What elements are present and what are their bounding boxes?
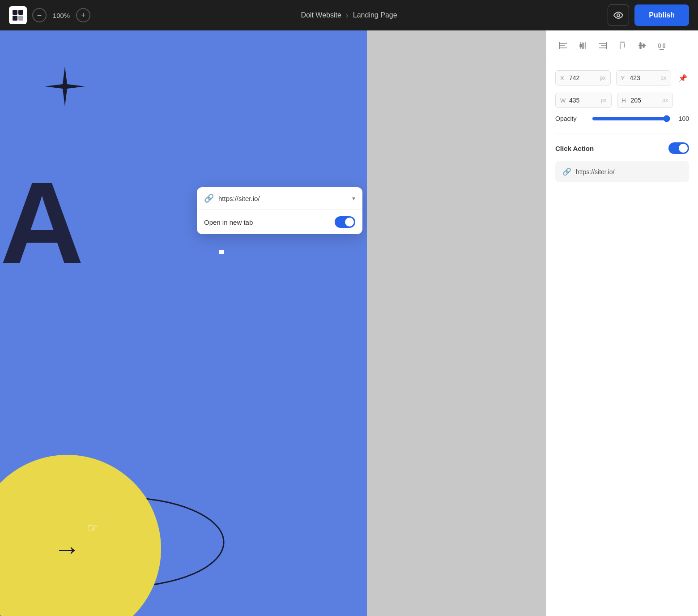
- align-top-button[interactable]: [614, 38, 630, 54]
- svg-rect-23: [640, 43, 641, 49]
- arrow-right-icon: →: [54, 534, 81, 565]
- publish-button[interactable]: Publish: [634, 4, 689, 26]
- star-shape: [45, 66, 85, 107]
- open-new-tab-toggle[interactable]: [335, 216, 355, 228]
- svg-rect-1: [18, 10, 23, 15]
- popup-url-row: 🔗 ▾: [197, 187, 362, 210]
- link-icon: 🔗: [204, 193, 214, 203]
- zoom-out-button[interactable]: −: [32, 8, 47, 22]
- zoom-controls: − 100% +: [32, 8, 90, 22]
- opacity-value: 100: [676, 115, 689, 122]
- url-input[interactable]: [218, 195, 348, 202]
- x-label: X: [560, 75, 567, 81]
- divider: [555, 133, 689, 133]
- svg-rect-2: [13, 16, 17, 21]
- svg-rect-25: [659, 44, 660, 47]
- h-unit: px: [662, 97, 668, 103]
- zoom-in-button[interactable]: +: [76, 8, 90, 22]
- design-canvas: A → ☞ 🔗 ▾: [0, 30, 367, 616]
- w-input-group: W px: [555, 93, 612, 108]
- y-unit: px: [660, 75, 666, 81]
- url-display-text: https://siter.io/: [576, 168, 614, 175]
- breadcrumb-separator: ›: [346, 11, 349, 20]
- panel-toolbar: [546, 30, 698, 61]
- svg-rect-3: [18, 16, 23, 21]
- opacity-label: Opacity: [555, 115, 587, 122]
- zoom-value: 100%: [50, 12, 72, 19]
- distribute-button[interactable]: [654, 38, 670, 54]
- url-display-box: 🔗 https://siter.io/: [555, 161, 689, 182]
- h-input-group: H px: [617, 93, 673, 108]
- popup-tab-row: Open in new tab: [197, 210, 362, 234]
- w-label: W: [560, 97, 567, 104]
- url-dropdown-button[interactable]: ▾: [352, 195, 355, 202]
- svg-rect-12: [580, 44, 582, 47]
- panel-content: X px Y px 📌 W px H: [546, 61, 698, 616]
- svg-rect-24: [643, 44, 644, 47]
- w-unit: px: [601, 97, 607, 103]
- preview-button[interactable]: [608, 4, 629, 26]
- canvas-area: A → ☞ 🔗 ▾: [0, 30, 546, 616]
- opacity-row: Opacity 100: [555, 115, 689, 122]
- position-inputs: X px Y px 📌: [555, 70, 689, 86]
- align-middle-button[interactable]: [634, 38, 650, 54]
- x-unit: px: [600, 75, 606, 81]
- click-action-toggle[interactable]: [668, 142, 689, 154]
- lock-proportions-button[interactable]: 📌: [677, 70, 689, 86]
- y-label: Y: [621, 75, 628, 81]
- click-action-row: Click Action: [555, 142, 689, 154]
- gray-area: [367, 30, 546, 616]
- logo-icon[interactable]: [9, 6, 27, 24]
- w-input[interactable]: [569, 97, 599, 104]
- x-input[interactable]: [569, 74, 598, 81]
- h-label: H: [622, 97, 629, 104]
- svg-rect-26: [663, 44, 665, 47]
- main-area: A → ☞ 🔗 ▾: [0, 30, 698, 616]
- topbar-right: Publish: [608, 4, 689, 26]
- big-letter-a: A: [0, 165, 84, 281]
- cursor-pointer: ☞: [87, 521, 98, 535]
- open-new-tab-label: Open in new tab: [204, 218, 253, 226]
- breadcrumb: Doit Website › Landing Page: [301, 11, 397, 20]
- size-inputs: W px H px: [555, 93, 689, 108]
- click-action-label: Click Action: [555, 145, 594, 152]
- breadcrumb-project[interactable]: Doit Website: [301, 11, 341, 19]
- yellow-circle[interactable]: →: [0, 455, 161, 616]
- align-center-vertical-button[interactable]: [575, 38, 591, 54]
- x-input-group: X px: [555, 70, 611, 86]
- y-input-group: Y px: [616, 70, 672, 86]
- opacity-slider[interactable]: [592, 115, 670, 122]
- svg-rect-0: [13, 10, 17, 15]
- right-panel: X px Y px 📌 W px H: [546, 30, 698, 616]
- svg-point-4: [617, 14, 620, 17]
- h-input[interactable]: [631, 97, 661, 104]
- selection-handle: [219, 250, 224, 254]
- topbar-left: − 100% +: [9, 6, 90, 24]
- url-display-link-icon: 🔗: [562, 167, 571, 176]
- y-input[interactable]: [630, 74, 659, 81]
- breadcrumb-page[interactable]: Landing Page: [353, 11, 397, 19]
- align-right-button[interactable]: [595, 38, 611, 54]
- url-popup: 🔗 ▾ Open in new tab: [197, 187, 362, 234]
- align-left-button[interactable]: [555, 38, 571, 54]
- topbar: − 100% + Doit Website › Landing Page Pub…: [0, 0, 698, 30]
